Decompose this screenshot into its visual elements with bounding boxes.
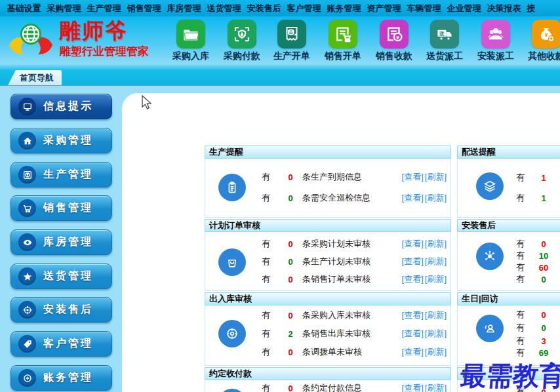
menu-item-customer[interactable]: 客户管理 — [284, 3, 324, 14]
refresh-link[interactable]: [刷新] — [425, 347, 447, 357]
menu-item-clipped[interactable]: 接 — [524, 3, 538, 14]
menu-item-warehouse[interactable]: 库房管理 — [164, 3, 204, 14]
row-label: 条生产计划未审核 — [302, 256, 401, 267]
panel-inout-audit: 出入库审核 有 0 条采购入库未审核 [查看][刷新] 有 2 条销售出库未审核… — [205, 292, 451, 366]
row-count: 60 — [533, 263, 554, 273]
reminder-row: 有 2 条销售出库未审核 [查看][刷新] — [205, 328, 450, 340]
toolbar-delivery-dispatch[interactable]: 送 送货派工 — [419, 20, 470, 62]
row-count: 0 — [279, 311, 302, 321]
row-prefix: 有 — [516, 250, 533, 262]
row-prefix: 有 — [516, 192, 533, 204]
row-count: 0 — [533, 387, 554, 392]
panel-birthday-revisit: 生日|回访 有 0 有 0 有 3 有 69 — [457, 292, 560, 366]
menu-item-delivery[interactable]: 送货管理 — [204, 3, 244, 14]
reminder-row: 有 0 条约定付款信息 [查看][刷新] — [205, 382, 450, 392]
view-link[interactable]: [查看] — [402, 193, 424, 203]
sidebar-item-label: 安装售后 — [43, 303, 93, 317]
monitor-icon — [18, 98, 36, 115]
row-count: 10 — [533, 251, 554, 261]
panel-title: 安装售后 — [457, 219, 560, 232]
refresh-link[interactable]: [刷新] — [425, 172, 447, 182]
row-label: 条需安全巡检信息 — [302, 192, 401, 204]
toolbar-label: 采购付款 — [216, 50, 268, 62]
tab-strip: 首页导航 — [0, 64, 560, 86]
toolbar-sales-order[interactable]: 销售开单 — [317, 20, 369, 62]
toolbar-label: 销售收款 — [369, 50, 420, 62]
toolbar-purchase-inbound[interactable]: 采购入库 — [165, 20, 216, 62]
menu-item-install-after-sales[interactable]: 安装售后 — [244, 3, 284, 14]
toolbar-label: 生产开单 — [266, 50, 317, 62]
brand-title: 雕师爷 — [59, 16, 128, 46]
sidebar-item-install-after-sales[interactable]: 安装售后 — [10, 297, 112, 323]
row-prefix: 有 — [262, 192, 279, 204]
toolbar-install-dispatch[interactable]: 安装派工 — [470, 20, 521, 62]
refresh-link[interactable]: [刷新] — [425, 310, 447, 320]
tab-home-navigation[interactable]: 首页导航 — [8, 70, 62, 85]
row-label: 条生产到期信息 — [302, 171, 401, 183]
view-link[interactable]: [查看] — [402, 239, 424, 248]
scan-shield-icon — [228, 20, 256, 49]
app-window: 基础设置 采购管理 生产管理 销售管理 库房管理 送货管理 安装售后 客户管理 … — [0, 0, 560, 392]
sidebar-item-label: 销售管理 — [43, 201, 93, 215]
refresh-link[interactable]: [刷新] — [425, 383, 447, 392]
refresh-link[interactable]: [刷新] — [425, 328, 447, 338]
menu-item-enterprise[interactable]: 企业管理 — [444, 3, 484, 14]
refresh-link[interactable]: [刷新] — [425, 193, 447, 203]
receipt-icon — [277, 20, 306, 49]
refresh-link[interactable]: [刷新] — [425, 274, 447, 284]
sidebar-item-label: 客户管理 — [43, 337, 93, 351]
menu-item-accounting[interactable]: 账务管理 — [324, 3, 364, 14]
row-count: 0 — [279, 239, 302, 249]
panel-delivery-reminder: 配送提醒 有 1 有 1 — [457, 146, 560, 218]
toolbar-other-receipt[interactable]: ¥ 其他收款 — [521, 20, 560, 62]
row-count: 0 — [533, 323, 554, 333]
reminder-row: 有 0 条销售订单未审核 [查看][刷新] — [205, 273, 450, 285]
sidebar-item-customer[interactable]: 客户管理 — [10, 331, 112, 357]
sidebar-item-sales[interactable]: 销售管理 — [10, 195, 112, 221]
reminder-row: 有 10 — [458, 250, 560, 262]
menu-item-sales[interactable]: 销售管理 — [124, 3, 164, 14]
view-link[interactable]: [查看] — [402, 383, 424, 392]
row-label: 条采购计划未审核 — [302, 238, 401, 250]
panel-title: 出入库审核 — [205, 292, 451, 305]
menu-item-production[interactable]: 生产管理 — [84, 3, 124, 14]
menu-item-purchase[interactable]: 采购管理 — [44, 3, 84, 14]
row-count: 1 — [533, 193, 554, 203]
row-count: 0 — [279, 383, 302, 392]
panel-followup: 需 有 0 — [457, 367, 560, 392]
toolbar-sales-receipt[interactable]: ¥ 销售收款 — [369, 20, 420, 62]
view-link[interactable]: [查看] — [402, 347, 424, 357]
row-prefix: 有 — [516, 335, 533, 347]
menu-item-reports[interactable]: 决策报表 — [484, 3, 524, 14]
reminder-row: 有 0 条采购入库未审核 [查看][刷新] — [205, 309, 450, 321]
refresh-link[interactable]: [刷新] — [425, 256, 447, 266]
reminder-row: 有 3 — [458, 335, 560, 347]
view-link[interactable]: [查看] — [402, 256, 424, 266]
sidebar-item-label: 生产管理 — [43, 168, 93, 182]
row-label: 条约定付款信息 — [302, 382, 401, 392]
menu-item-basic-settings[interactable]: 基础设置 — [4, 3, 44, 14]
menu-item-vehicles[interactable]: 车辆管理 — [404, 3, 444, 14]
sidebar-item-info[interactable]: 信息提示 — [10, 94, 112, 119]
toolbar-production-order[interactable]: 生产开单 — [266, 20, 317, 62]
view-link[interactable]: [查看] — [402, 310, 424, 320]
row-count: 0 — [533, 275, 554, 284]
row-prefix: 有 — [516, 347, 533, 359]
refresh-link[interactable]: [刷新] — [425, 239, 447, 248]
row-prefix: 有 — [262, 309, 279, 321]
view-link[interactable]: [查看] — [402, 274, 424, 284]
menu-item-assets[interactable]: 资产管理 — [364, 3, 404, 14]
svg-text:¥: ¥ — [396, 35, 399, 41]
sidebar-item-purchase[interactable]: 采购管理 — [10, 128, 112, 153]
sidebar-item-accounting[interactable]: 账务管理 — [10, 365, 112, 391]
row-count: 69 — [533, 348, 554, 358]
view-link[interactable]: [查看] — [402, 172, 424, 182]
row-label: 条调拨单未审核 — [302, 346, 401, 358]
toolbar-label: 安装派工 — [470, 50, 521, 62]
moneybag-icon: ¥ — [532, 20, 560, 49]
sidebar-item-production[interactable]: 生产管理 — [10, 162, 112, 187]
toolbar-purchase-payment[interactable]: 采购付款 — [216, 20, 268, 62]
view-link[interactable]: [查看] — [402, 328, 424, 338]
sidebar-item-delivery[interactable]: 送货管理 — [10, 264, 112, 289]
sidebar-item-warehouse[interactable]: 库房管理 — [10, 229, 112, 255]
